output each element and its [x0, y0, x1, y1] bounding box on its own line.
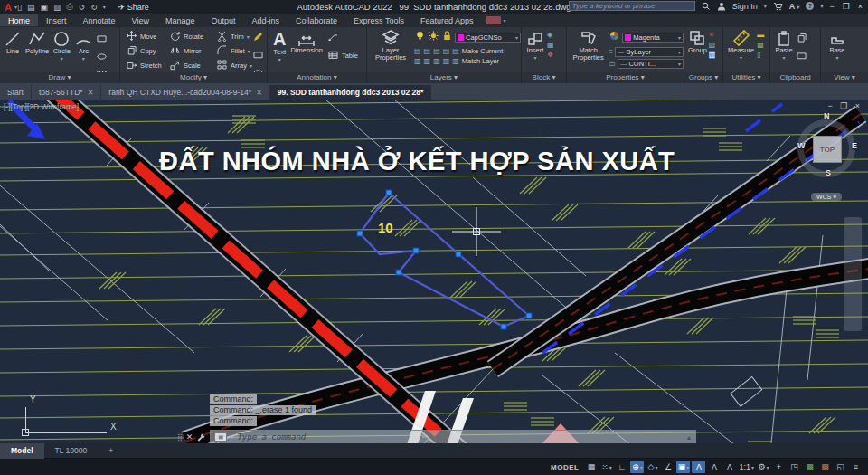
- layer-lock-icon[interactable]: [441, 29, 453, 45]
- status-toggle-icon[interactable]: Λ: [707, 461, 721, 473]
- panel-label-properties[interactable]: Properties ▾: [567, 72, 684, 83]
- tab-express-tools[interactable]: Express Tools: [345, 14, 412, 26]
- wcs-dropdown[interactable]: WCS ▾: [811, 193, 842, 201]
- search-input[interactable]: Type a keyword or phrase: [569, 1, 695, 11]
- stretch-button[interactable]: Stretch: [126, 58, 169, 72]
- mirror-button[interactable]: Mirror: [169, 43, 216, 58]
- status-toggle-icon[interactable]: ◱: [834, 461, 847, 473]
- minimize-button[interactable]: −: [829, 2, 835, 11]
- status-toggle-icon[interactable]: ⁙ ▾: [599, 461, 613, 473]
- cart-icon[interactable]: [773, 2, 783, 11]
- status-toggle-icon[interactable]: ▩: [818, 461, 832, 473]
- table-button[interactable]: Table: [327, 49, 358, 62]
- ribbon-extra-icon[interactable]: [486, 16, 501, 24]
- expand-search-icon[interactable]: ▸: [559, 3, 562, 10]
- drawing-canvas[interactable]: [-][Top][2D Wireframe] ĐẤT NHÓM NHÀ Ở KẾ…: [0, 100, 868, 443]
- leader-button[interactable]: [327, 31, 358, 47]
- status-toggle-icon[interactable]: ⚙ ▾: [757, 461, 770, 473]
- color-dropdown[interactable]: Magenta▾: [622, 33, 684, 43]
- layer-thaw-icon[interactable]: [428, 29, 439, 45]
- viewport-controls[interactable]: [-][Top][2D Wireframe]: [4, 102, 79, 111]
- scale-button[interactable]: Scale: [169, 58, 216, 72]
- viewcube-top-face[interactable]: TOP: [813, 136, 842, 163]
- command-grip-icon[interactable]: ⣿: [177, 433, 183, 442]
- layout-tab-tl10000[interactable]: TL 10000: [44, 443, 99, 459]
- match-layer-button[interactable]: ▥Match Layer: [452, 57, 499, 65]
- file-tab-2[interactable]: ranh QH CTXD Huye...-cad2004-08-9-14*✕: [101, 85, 270, 100]
- close-tab-icon[interactable]: ✕: [88, 89, 94, 97]
- linetype-dropdown[interactable]: —CONTI...▾: [618, 59, 684, 69]
- make-current-button[interactable]: ▤Make Current: [452, 47, 503, 55]
- sign-in-button[interactable]: Sign In: [732, 2, 758, 11]
- explode-button[interactable]: [252, 48, 264, 64]
- close-tab-icon[interactable]: ✕: [256, 89, 262, 97]
- layer-dropdown[interactable]: CapGCNSo▾: [455, 33, 521, 43]
- command-input[interactable]: ▤ ▾ Type a command ▲: [210, 430, 696, 444]
- panel-label-modify[interactable]: Modify ▾: [120, 72, 267, 83]
- user-icon[interactable]: [717, 2, 726, 11]
- file-tab-start[interactable]: Start: [0, 85, 32, 100]
- text-button[interactable]: AText▾: [273, 29, 286, 63]
- viewcube-east[interactable]: E: [852, 141, 857, 150]
- panel-label-view[interactable]: View ▾: [821, 72, 868, 83]
- layout-tab-model[interactable]: Model: [0, 443, 44, 459]
- dimension-button[interactable]: Dimension: [290, 29, 322, 54]
- autocad-logo[interactable]: A: [5, 2, 12, 13]
- plot-icon[interactable]: ⎙: [66, 2, 72, 12]
- layer-on-icon[interactable]: [414, 29, 426, 45]
- status-toggle-icon[interactable]: 1:1 ▾: [738, 461, 755, 473]
- model-space-button[interactable]: MODEL: [551, 463, 579, 471]
- share-label[interactable]: Share: [127, 3, 149, 12]
- help-caret-icon[interactable]: ▾: [820, 3, 823, 9]
- qat-caret-icon[interactable]: ▾: [103, 4, 106, 10]
- file-tab-1[interactable]: to87-56TTD*✕: [32, 85, 101, 100]
- copy-button[interactable]: Copy: [126, 43, 169, 58]
- status-toggle-icon[interactable]: ∠: [661, 461, 675, 473]
- panel-label-block[interactable]: Block ▾: [522, 72, 566, 83]
- rectangle-button[interactable]: [96, 32, 108, 48]
- lineweight-dropdown[interactable]: —ByLayer▾: [615, 47, 684, 57]
- panel-label-groups[interactable]: Groups ▾: [684, 72, 722, 83]
- color-wheel-icon[interactable]: [609, 29, 620, 45]
- close-button[interactable]: ×: [858, 2, 864, 11]
- status-toggle-icon[interactable]: ▣ ▾: [676, 461, 690, 473]
- tab-featured-apps[interactable]: Featured Apps: [412, 14, 482, 26]
- insert-button[interactable]: Insert▾: [526, 29, 544, 62]
- panel-label-annotation[interactable]: Annotation ▾: [268, 72, 366, 83]
- status-toggle-icon[interactable]: ◳: [788, 461, 801, 473]
- customize-command-icon[interactable]: [196, 432, 206, 442]
- signin-caret-icon[interactable]: ▾: [764, 3, 767, 9]
- measure-button[interactable]: Measure▾: [728, 29, 754, 62]
- file-tab-active[interactable]: 99. SDD tanthanhdong ddc3 2013 02 28*: [270, 85, 432, 100]
- autodesk-account-icon[interactable]: A ▾: [789, 2, 800, 11]
- viewcube-west[interactable]: W: [797, 141, 806, 150]
- tab-insert[interactable]: Insert: [38, 14, 75, 26]
- paste-button[interactable]: Paste▾: [775, 29, 793, 65]
- layer-properties-button[interactable]: Layer Properties: [371, 29, 410, 65]
- ellipse-button[interactable]: [96, 50, 108, 66]
- panel-label-draw[interactable]: Draw ▾: [0, 72, 119, 83]
- help-icon[interactable]: ?: [806, 2, 814, 10]
- tab-output[interactable]: Output: [203, 14, 243, 26]
- saveas-icon[interactable]: ▥: [53, 3, 61, 12]
- status-toggle-icon[interactable]: ◇ ▾: [646, 461, 659, 473]
- status-toggle-icon[interactable]: ▦: [584, 461, 598, 473]
- restore-button[interactable]: ❐: [843, 2, 852, 11]
- search-icon[interactable]: [702, 2, 711, 11]
- command-expand-icon[interactable]: ▲: [685, 434, 692, 441]
- save-icon[interactable]: ▣: [40, 3, 48, 12]
- status-toggle-icon[interactable]: ∟: [615, 461, 628, 473]
- tab-manage[interactable]: Manage: [157, 14, 203, 26]
- drawing-window-buttons[interactable]: − ❐ ×: [827, 101, 863, 110]
- copy-clip-button[interactable]: [796, 31, 807, 47]
- status-toggle-icon[interactable]: ⊕ ▾: [630, 461, 644, 473]
- command-caret-icon[interactable]: ▾: [231, 434, 233, 441]
- viewcube[interactable]: N W E S TOP: [792, 112, 863, 199]
- tab-home[interactable]: Home: [0, 14, 38, 26]
- undo-icon[interactable]: ↺: [79, 3, 86, 12]
- panel-label-utilities[interactable]: Utilities ▾: [723, 72, 769, 83]
- share-icon[interactable]: ✈ Share: [118, 3, 149, 12]
- tab-addins[interactable]: Add-ins: [243, 14, 288, 26]
- new-icon[interactable]: ▯: [17, 3, 22, 12]
- open-icon[interactable]: ▤: [27, 3, 35, 12]
